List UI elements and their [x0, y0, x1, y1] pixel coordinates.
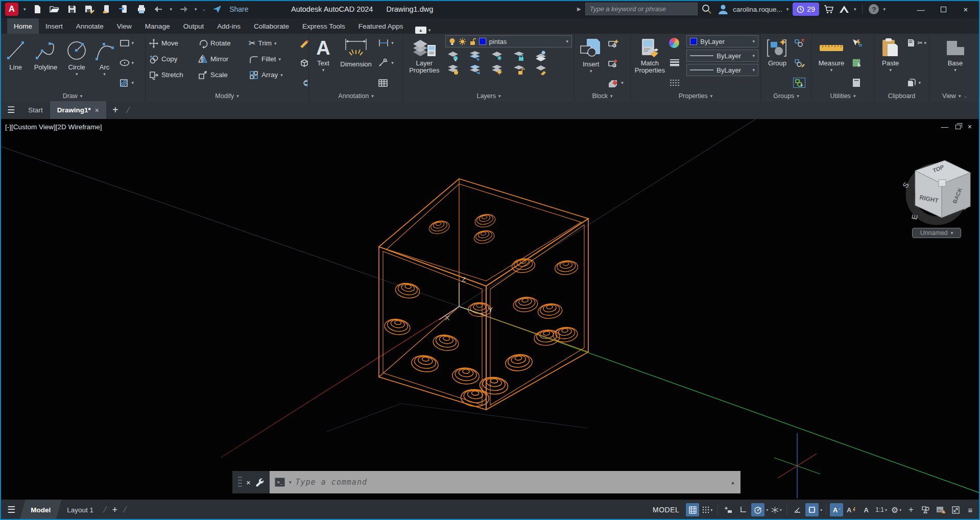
- rotate-button[interactable]: Rotate: [198, 35, 249, 51]
- layer-dropdown[interactable]: pintas: [445, 35, 572, 48]
- color-wheel-icon[interactable]: [669, 37, 684, 49]
- lineweight-dropdown[interactable]: ByLayer: [686, 50, 758, 62]
- tab-collaborate[interactable]: Collaborate: [247, 18, 296, 34]
- hatch-button[interactable]: [119, 77, 143, 88]
- file-tabs-menu-icon[interactable]: ☰: [0, 105, 21, 115]
- customize-wrench-icon[interactable]: [255, 477, 264, 487]
- viewport-minimize-button[interactable]: —: [941, 123, 948, 131]
- recent-commands-chevron-icon[interactable]: ▾: [289, 480, 292, 485]
- help-chevron-icon[interactable]: [883, 7, 886, 12]
- cut-button[interactable]: ✂: [906, 37, 927, 49]
- snap-chevron-icon[interactable]: [710, 508, 712, 512]
- measure-button[interactable]: Measure: [815, 35, 848, 90]
- fillet-button[interactable]: Fillet: [249, 51, 298, 67]
- tab-insert[interactable]: Insert: [39, 18, 69, 34]
- linetype-icon[interactable]: [669, 77, 684, 88]
- redo-button[interactable]: [177, 3, 189, 15]
- panel-label-draw[interactable]: Draw: [0, 90, 145, 101]
- panel-label-layers[interactable]: Layers: [403, 90, 574, 101]
- layer-previous-button[interactable]: [468, 64, 482, 75]
- polar-chevron-icon[interactable]: [766, 508, 768, 512]
- dice-wireframe[interactable]: [379, 179, 588, 410]
- ribbon-display-toggle[interactable]: ▲: [415, 27, 431, 34]
- create-block-button[interactable]: [607, 37, 628, 49]
- layer-properties-button[interactable]: Layer Properties: [407, 35, 442, 90]
- drawing-canvas[interactable]: Z Y: [0, 119, 980, 500]
- array-chevron-icon[interactable]: [280, 73, 283, 78]
- save-to-web-mobile-button[interactable]: [118, 3, 130, 15]
- panel-label-block[interactable]: Block: [575, 90, 630, 101]
- edit-attributes-button[interactable]: [607, 77, 628, 88]
- turn-on-all-layers-button[interactable]: [490, 64, 504, 75]
- open-file-button[interactable]: [49, 3, 61, 15]
- rectangle-button[interactable]: [119, 37, 143, 49]
- drag-handle-icon[interactable]: [238, 476, 242, 489]
- table-button[interactable]: [377, 77, 401, 88]
- layer-lock-button[interactable]: [512, 50, 525, 61]
- mirror-button[interactable]: Mirror: [198, 51, 249, 67]
- layer-dropdown-chevron-icon[interactable]: [566, 39, 568, 44]
- autodesk-logo-icon[interactable]: [839, 5, 850, 14]
- tab-express-tools[interactable]: Express Tools: [296, 18, 352, 34]
- tab-manage[interactable]: Manage: [138, 18, 177, 34]
- panel-label-modify[interactable]: Modify: [146, 90, 308, 101]
- cut-chevron-icon[interactable]: [924, 40, 927, 45]
- edit-block-button[interactable]: [607, 57, 628, 68]
- model-tab[interactable]: Model: [22, 500, 59, 520]
- undo-history-chevron-icon[interactable]: [170, 7, 173, 12]
- graphics-performance-button[interactable]: [934, 503, 947, 516]
- panel-launcher-icon[interactable]: ⌄: [963, 93, 967, 99]
- polar-tracking-toggle[interactable]: [751, 503, 764, 516]
- annotation-visibility-toggle[interactable]: A°: [830, 503, 843, 516]
- isometric-chevron-icon[interactable]: [780, 508, 782, 512]
- user-avatar-icon[interactable]: [718, 4, 729, 15]
- command-input[interactable]: [296, 478, 727, 487]
- help-icon[interactable]: ?: [869, 4, 879, 14]
- ellipse-button[interactable]: [119, 57, 143, 68]
- fillet-chevron-icon[interactable]: [279, 57, 281, 62]
- layer-match-button[interactable]: [446, 64, 460, 75]
- calculator-button[interactable]: [851, 77, 867, 88]
- scale-chevron-icon[interactable]: [885, 508, 887, 512]
- tab-output[interactable]: Output: [177, 18, 211, 34]
- hatch-chevron-icon[interactable]: [132, 80, 134, 85]
- window-maximize-button[interactable]: [932, 0, 954, 18]
- insert-block-button[interactable]: Insert: [578, 35, 604, 90]
- tab-featured-apps[interactable]: Featured Apps: [352, 18, 410, 34]
- isometric-drafting-toggle[interactable]: [770, 503, 783, 516]
- clean-screen-button[interactable]: [949, 503, 962, 516]
- circle-button[interactable]: Circle: [63, 35, 90, 90]
- customization-button[interactable]: +: [904, 503, 918, 516]
- command-history-up-icon[interactable]: ▲: [730, 480, 735, 485]
- arc-button[interactable]: Arc: [93, 35, 116, 90]
- close-tab-icon[interactable]: ×: [95, 106, 99, 114]
- chevron-down-icon[interactable]: [23, 7, 26, 12]
- isolate-objects-button[interactable]: [919, 503, 933, 516]
- object-snap-tracking-toggle[interactable]: [791, 503, 804, 516]
- autodesk-menu-chevron-icon[interactable]: [854, 7, 856, 12]
- new-drawing-tab-button[interactable]: +: [106, 104, 125, 116]
- leader-button[interactable]: [377, 57, 401, 68]
- account-user-label[interactable]: carolina.roque...: [733, 6, 782, 13]
- share-icon[interactable]: [211, 3, 223, 15]
- linear-dimension-button[interactable]: [377, 37, 401, 49]
- layer-freeze-button[interactable]: [490, 50, 504, 61]
- osnap-chevron-icon[interactable]: [820, 508, 822, 512]
- ungroup-button[interactable]: [794, 37, 809, 49]
- save-button[interactable]: [66, 3, 78, 15]
- panel-label-utilities[interactable]: Utilities: [812, 90, 874, 101]
- array-button[interactable]: Array: [249, 67, 298, 83]
- layer-edit-button[interactable]: [534, 64, 547, 75]
- named-view-dropdown[interactable]: Unnamed: [912, 228, 961, 238]
- infer-constraints-toggle[interactable]: [722, 503, 735, 516]
- text-chevron-icon[interactable]: [322, 67, 325, 73]
- file-tab-start[interactable]: Start: [21, 101, 50, 119]
- group-selection-toggle[interactable]: [794, 77, 809, 88]
- dimension-button[interactable]: Dimension: [338, 35, 374, 90]
- text-button[interactable]: A Text: [312, 35, 334, 90]
- ortho-mode-toggle[interactable]: [736, 503, 750, 516]
- viewport-close-button[interactable]: ×: [968, 123, 972, 131]
- tab-view[interactable]: View: [110, 18, 138, 34]
- viewport-restore-button[interactable]: [955, 125, 961, 129]
- unlock-all-layers-button[interactable]: [512, 64, 525, 75]
